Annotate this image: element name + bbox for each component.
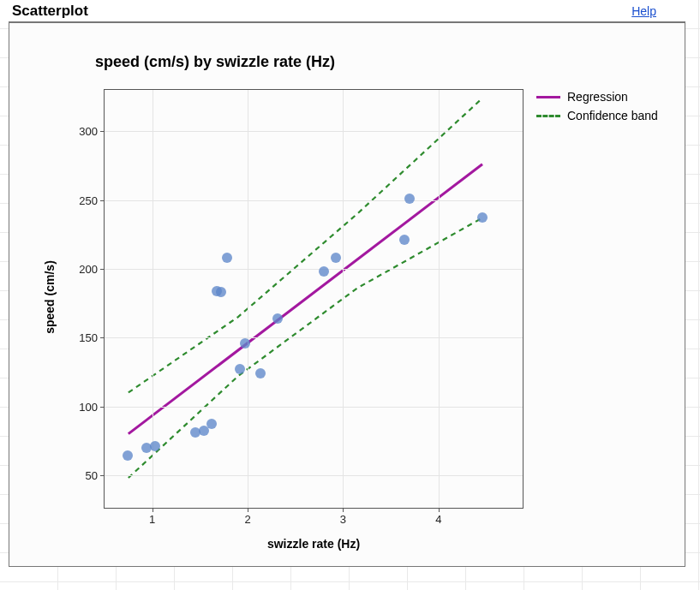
plot-area: 123450100150200250300	[104, 89, 524, 509]
x-tick: 4	[435, 513, 441, 526]
legend-swatch-solid	[536, 96, 560, 98]
y-tick: 50	[86, 468, 98, 481]
x-tick: 2	[244, 513, 250, 526]
y-tick: 100	[79, 400, 98, 413]
y-tick: 300	[79, 125, 98, 138]
help-link[interactable]: Help	[606, 4, 682, 18]
data-point	[477, 212, 488, 223]
panel-title: Scatterplot	[12, 3, 88, 20]
chart-title: speed (cm/s) by swizzle rate (Hz)	[95, 53, 335, 71]
data-point	[255, 368, 266, 378]
data-point	[404, 194, 415, 204]
scatterplot-panel: Scatterplot Help speed (cm/s) by swizzle…	[9, 0, 685, 567]
regression-line	[129, 164, 482, 434]
y-tick: 150	[79, 331, 98, 344]
x-tick: 3	[340, 513, 346, 526]
data-point	[216, 287, 226, 297]
x-tick: 1	[149, 513, 155, 526]
data-point	[399, 235, 410, 245]
y-tick: 200	[79, 262, 98, 275]
legend-swatch-dashed	[536, 115, 560, 117]
legend-label: Confidence band	[567, 109, 658, 122]
data-point	[150, 441, 160, 451]
legend-label: Regression	[567, 90, 628, 104]
legend-item-regression: Regression	[536, 87, 658, 106]
panel-body: speed (cm/s) by swizzle rate (Hz) 123450…	[9, 22, 685, 567]
data-point	[272, 313, 283, 324]
confidence-band-line	[129, 98, 482, 393]
data-point	[319, 266, 329, 277]
chart-lines-layer	[105, 90, 362, 218]
data-point	[331, 253, 341, 263]
data-point	[206, 419, 217, 429]
legend-item-confidence: Confidence band	[536, 106, 658, 125]
data-point	[222, 253, 232, 263]
data-point	[240, 338, 250, 349]
data-point	[123, 450, 133, 461]
legend: Regression Confidence band	[536, 87, 658, 125]
y-tick: 250	[79, 194, 98, 206]
data-point	[235, 364, 245, 374]
confidence-band-line	[129, 218, 482, 478]
y-axis-label: speed (cm/s)	[43, 260, 57, 334]
x-axis-label: swizzle rate (Hz)	[267, 537, 360, 551]
panel-header: Scatterplot Help	[9, 0, 685, 22]
